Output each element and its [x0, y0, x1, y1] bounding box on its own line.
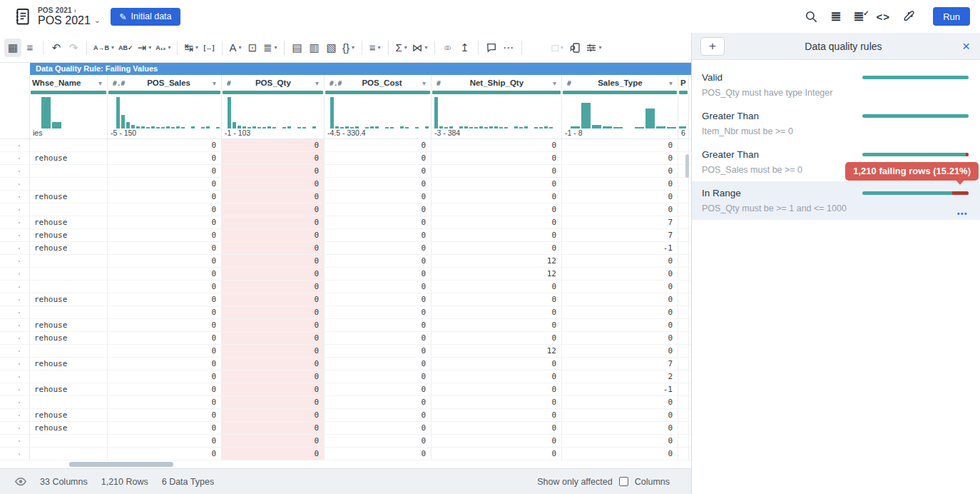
add-rule-button[interactable]: +: [700, 37, 725, 56]
table-cell[interactable]: 0: [432, 409, 562, 421]
table-cell[interactable]: 0: [222, 370, 325, 383]
table-cell[interactable]: rehouse: [30, 409, 108, 421]
table-cell[interactable]: rehouse: [30, 242, 108, 254]
rule-item[interactable]: Greater ThanItem_Nbr must be >= 0: [692, 104, 980, 143]
column-title[interactable]: P: [678, 75, 688, 91]
table-cell[interactable]: [30, 255, 108, 267]
table-cell[interactable]: [678, 435, 689, 447]
preview-search-icon[interactable]: [566, 39, 583, 57]
eye-icon[interactable]: [14, 477, 27, 486]
table-cell[interactable]: [678, 242, 689, 254]
table-cell[interactable]: 0: [222, 216, 325, 228]
column-title[interactable]: #.#POS_Cost▾: [325, 75, 431, 91]
table-cell[interactable]: [678, 216, 689, 228]
table-cell[interactable]: 0: [108, 293, 222, 306]
table-cell[interactable]: [678, 332, 689, 344]
table-cell[interactable]: 0: [562, 332, 678, 344]
page-title[interactable]: POS 2021⌄: [38, 14, 101, 26]
table-cell[interactable]: [30, 165, 108, 177]
table-cell[interactable]: rehouse: [30, 229, 108, 241]
table-cell[interactable]: 12: [432, 345, 562, 357]
column-histogram[interactable]: [325, 96, 431, 128]
table-cell[interactable]: 0: [108, 358, 222, 370]
table-cell[interactable]: rehouse: [30, 422, 108, 434]
table-cell[interactable]: 0: [222, 319, 325, 331]
table-cell[interactable]: [678, 306, 689, 318]
replace-icon[interactable]: A→B▾: [91, 39, 116, 57]
table-cell[interactable]: 0: [222, 203, 325, 216]
table-cell[interactable]: 0: [222, 293, 325, 306]
table-cell[interactable]: rehouse: [30, 152, 108, 164]
list-view-icon[interactable]: ≡: [21, 39, 39, 57]
column-histogram[interactable]: [678, 96, 688, 128]
flash-fill-icon[interactable]: ⊡: [244, 39, 261, 57]
table-cell[interactable]: -1: [562, 383, 678, 395]
table-cell[interactable]: 0: [222, 178, 325, 190]
table-cell[interactable]: 0: [222, 268, 325, 280]
table-cell[interactable]: 0: [325, 165, 432, 177]
table-cell[interactable]: 0: [562, 268, 678, 280]
table-cell[interactable]: [678, 178, 689, 190]
column-title[interactable]: Whse_Name▾: [30, 75, 107, 91]
table-cell[interactable]: 0: [222, 281, 325, 293]
table-cell[interactable]: [30, 435, 108, 447]
table-cell[interactable]: [30, 178, 108, 190]
table-cell[interactable]: 0: [325, 396, 432, 408]
table-cell[interactable]: 0: [432, 306, 562, 318]
table-cell[interactable]: 0: [562, 152, 678, 164]
table-cell[interactable]: 0: [108, 191, 222, 203]
table-cell[interactable]: 0: [222, 306, 325, 318]
split-icon[interactable]: ↹▾: [182, 39, 200, 57]
table-cell[interactable]: [30, 306, 108, 318]
table-cell[interactable]: 0: [325, 345, 432, 357]
column-title[interactable]: #POS_Qty▾: [222, 75, 324, 91]
eyedropper-icon[interactable]: [902, 10, 915, 23]
table-cell[interactable]: 0: [325, 139, 432, 151]
table-cell[interactable]: 0: [562, 345, 678, 357]
table-cell[interactable]: 2: [562, 370, 678, 383]
table-cell[interactable]: rehouse: [30, 319, 108, 331]
column-title[interactable]: #Sales_Type▾: [562, 75, 678, 91]
table-cell[interactable]: 0: [432, 203, 562, 216]
table-cell[interactable]: 0: [222, 435, 325, 447]
append-icon[interactable]: ↥: [456, 39, 474, 57]
validate-icon[interactable]: AB✓: [116, 39, 136, 57]
table-cell[interactable]: 0: [222, 422, 325, 434]
format-icon[interactable]: A▾: [227, 39, 244, 57]
vertical-scrollbar-thumb[interactable]: [685, 154, 689, 178]
search-icon[interactable]: [805, 10, 818, 24]
table-cell[interactable]: 0: [108, 203, 222, 216]
aggregate-icon[interactable]: Σ▾: [393, 39, 410, 57]
table-cell[interactable]: [678, 396, 689, 408]
table-cell[interactable]: 0: [325, 268, 432, 280]
table-cell[interactable]: 0: [108, 281, 222, 293]
column-histogram[interactable]: [562, 96, 678, 128]
table-cell[interactable]: 12: [432, 268, 562, 280]
table-cell[interactable]: 0: [325, 422, 432, 434]
table-cell[interactable]: 0: [562, 319, 678, 331]
chevron-down-icon[interactable]: ▾: [553, 79, 556, 87]
table-cell[interactable]: 0: [108, 435, 222, 447]
redo-icon[interactable]: ↷: [65, 39, 82, 57]
table-cell[interactable]: [30, 396, 108, 408]
table-cell[interactable]: rehouse: [30, 332, 108, 344]
table-cell[interactable]: 12: [432, 255, 562, 267]
table-cell[interactable]: 0: [108, 216, 222, 228]
table-cell[interactable]: 0: [108, 422, 222, 434]
table-cell[interactable]: 0: [432, 216, 562, 228]
table-cell[interactable]: 0: [432, 242, 562, 254]
table-cell[interactable]: [678, 281, 689, 293]
table-cell[interactable]: 0: [562, 178, 678, 190]
table-cell[interactable]: 0: [325, 203, 432, 216]
table-cell[interactable]: 0: [432, 281, 562, 293]
table-cell[interactable]: 0: [108, 306, 222, 318]
table-cell[interactable]: 0: [325, 216, 432, 228]
table-cell[interactable]: [678, 319, 689, 331]
table-cell[interactable]: 0: [222, 242, 325, 254]
table-cell[interactable]: 0: [432, 165, 562, 177]
undo-icon[interactable]: ↶: [48, 39, 65, 57]
table-cell[interactable]: 0: [108, 332, 222, 344]
table-cell[interactable]: 0: [432, 448, 562, 460]
table-cell[interactable]: 0: [108, 396, 222, 408]
table-cell[interactable]: 0: [432, 383, 562, 395]
